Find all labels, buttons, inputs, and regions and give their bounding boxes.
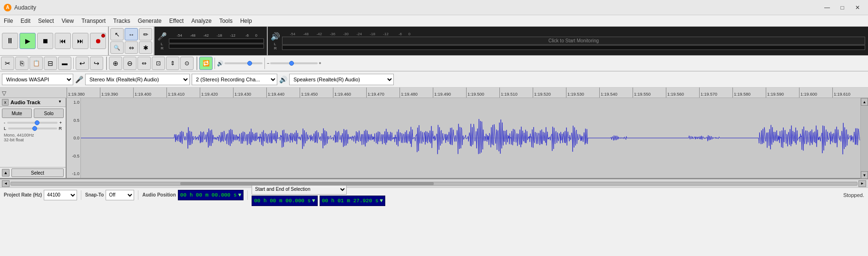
playback-meter-area: 🔊 LR -54 -48 -42 -36 -30 -24 -18 -12 -6 … [268,27,868,55]
pb-meter-bar-r [282,45,865,50]
zoom-tool-button[interactable]: 🔍 [110,41,124,54]
track-close-button[interactable]: x [2,99,9,106]
hscroll-right-button[interactable]: ► [858,180,866,187]
zoom-sel-button[interactable]: ⊡ [152,57,165,70]
menu-analyze[interactable]: Analyze [187,15,215,26]
pb-scale-36: -36 [322,32,335,36]
silence-button[interactable]: ▬ [58,57,71,70]
menu-help[interactable]: Help [236,15,256,26]
track-info-line2: 32-bit float [4,138,62,142]
selection-start-dropdown[interactable]: ▼ [312,198,315,204]
project-rate-select[interactable]: 44100 [44,190,77,200]
menu-generate[interactable]: Generate [134,15,166,26]
ruler-ticks: 1:19.380 1:19.390 1:19.400 1:19.410 1:19… [67,88,868,98]
pan-slider[interactable] [8,128,57,129]
timeshift-tool-button[interactable]: ⇔ [125,41,138,54]
audio-position-dropdown[interactable]: ▼ [238,192,242,198]
selection-end-field[interactable]: 00 h 01 m 27.920 s ▼ [320,196,385,206]
zoom-in-button[interactable]: ⊕ [109,57,122,70]
copy-button[interactable]: ⎘ [15,57,29,70]
selection-start-field[interactable]: 00 h 00 m 00.000 s ▼ [252,196,317,206]
zoom-minus: − [267,61,269,66]
click-to-monitor[interactable]: Click to Start Monitoring [282,37,865,45]
vscroll-up-button[interactable]: ▲ [861,98,868,106]
pause-button[interactable]: ⏸ [2,33,18,49]
collapse-button[interactable]: ▲ [2,169,10,177]
track-area: x Audio Track ▼ Mute Solo - + L R [0,98,868,179]
zoom-normal-button[interactable]: ⊙ [180,57,194,70]
meter-bar-r [169,44,264,49]
gain-max-label: + [59,120,62,125]
selection-end-dropdown[interactable]: ▼ [380,198,383,204]
output-select[interactable]: Speakers (Realtek(R) Audio) [289,74,394,85]
pb-scale-30: -30 [335,32,349,36]
selection-bottom-row: 00 h 00 m 00.000 s ▼ 00 h 01 m 27.920 s … [252,196,385,206]
loop-button[interactable]: 🔁 [199,57,213,70]
zoom-fit-v-button[interactable]: ⇕ [166,57,179,70]
undo-button[interactable]: ↩ [76,57,89,70]
track-dropdown-button[interactable]: ▼ [58,99,64,105]
menu-transport[interactable]: Transport [78,15,109,26]
selection-end-value: 00 h 01 m 27.920 s [322,198,379,204]
snap-to-select[interactable]: Off [106,190,134,200]
zoom-plus: + [319,61,321,66]
speaker-button[interactable]: 🔊 [271,32,280,41]
mic-button[interactable]: 🎤 [157,32,167,41]
hscroll-track[interactable] [10,182,858,186]
track-controls: x Audio Track ▼ Mute Solo - + L R [0,98,67,179]
scale-42: -42 [195,33,209,38]
cursor-tool-button[interactable]: ↖ [110,28,124,40]
menu-select[interactable]: Select [34,15,58,26]
waveform-canvas[interactable] [81,98,860,178]
waveform-container[interactable]: 1.0 0.5 0.0 -0.5 -1.0 [67,98,860,179]
draw-tool-button[interactable]: ✏ [139,28,152,40]
pb-scale-12: -12 [375,32,389,36]
zoom-fit-h-button[interactable]: ⇔ [137,57,151,70]
input-select[interactable]: Stereo Mix (Realtek(R) Audio) [85,74,190,85]
select-tool-button[interactable]: ↔ [125,28,138,40]
channel-select[interactable]: 2 (Stereo) Recording Cha... [192,74,277,85]
stop-button[interactable]: ⏹ [37,33,53,49]
solo-button[interactable]: Solo [34,108,64,118]
paste-button[interactable]: 📋 [29,57,43,70]
vscroll-down-button[interactable]: ▼ [861,171,868,179]
menu-tools[interactable]: Tools [215,15,236,26]
gain-thumb [35,120,39,125]
vscroll-track[interactable] [861,106,868,171]
selection-type-select[interactable]: Start and End of Selection [252,184,347,195]
skip-back-button[interactable]: ⏮ [55,33,71,49]
record-button[interactable]: ⏺ [90,33,106,49]
scale-top: 1.0 [68,100,79,105]
ruler-arrow: ▽ [2,90,6,97]
scale-6: -6 [235,33,249,38]
volume-slider[interactable] [224,62,263,64]
menu-tracks[interactable]: Tracks [109,15,134,26]
menu-view[interactable]: View [58,15,78,26]
scale-mid: 0.0 [68,136,79,140]
envelope-tool-button[interactable]: ✱ [139,41,152,54]
play-button[interactable]: ▶ [20,33,36,49]
hscroll-left-button[interactable]: ◄ [2,180,10,187]
maximize-button[interactable]: □ [836,3,849,12]
menu-edit[interactable]: Edit [17,15,34,26]
menu-file[interactable]: File [0,15,17,26]
ruler-tick-22: 1:19.600 [799,88,832,98]
menu-effect[interactable]: Effect [166,15,187,26]
zoom-toolbar: ⊕ ⊖ ⇔ ⊡ ⇕ ⊙ [109,57,197,70]
gain-slider[interactable] [7,122,58,124]
skip-fwd-button[interactable]: ⏭ [72,33,88,49]
zoom-out-button[interactable]: ⊖ [123,57,137,70]
sep1 [73,58,74,69]
redo-button[interactable]: ↪ [90,57,103,70]
cut-button[interactable]: ✂ [1,57,14,70]
api-select[interactable]: Windows WASAPI [2,74,73,85]
title-bar: A Audacity — □ ✕ [0,0,868,15]
zoom-slider[interactable] [270,62,318,64]
select-button[interactable]: Select [11,168,64,177]
close-button[interactable]: ✕ [851,3,864,12]
ruler-tick-1: 1:19.390 [100,88,133,98]
mute-button[interactable]: Mute [2,108,32,118]
audio-position-field[interactable]: 00 h 00 m 00.000 s ▼ [178,190,244,200]
minimize-button[interactable]: — [820,3,834,12]
trim-button[interactable]: ⊟ [44,57,57,70]
